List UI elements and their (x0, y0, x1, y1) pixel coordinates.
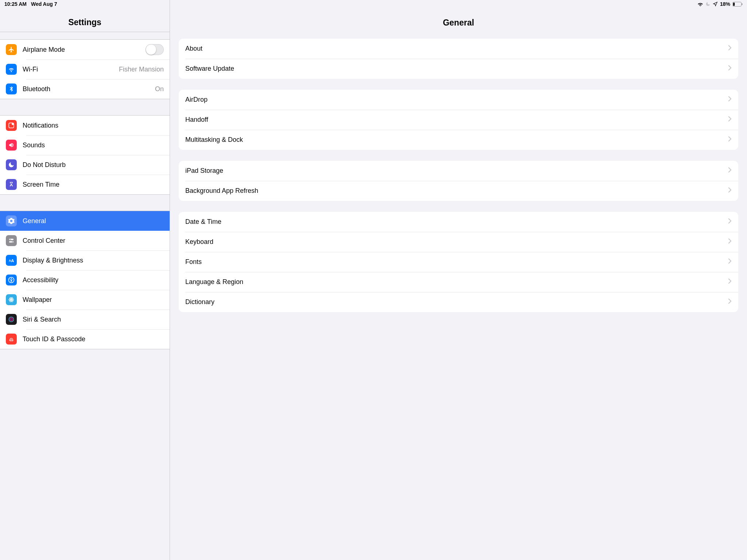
sidebar-item-accessibility[interactable]: Accessibility (0, 270, 170, 290)
general-keyboard[interactable]: Keyboard (179, 232, 463, 252)
row-label: iPad Storage (185, 167, 463, 175)
sidebar-item-general[interactable]: General (0, 211, 170, 231)
status-date: Wed Aug 7 (31, 1, 57, 7)
svg-point-4 (12, 123, 13, 125)
sidebar-item-label: Wallpaper (23, 296, 164, 304)
sidebar-item-sounds[interactable]: Sounds (0, 135, 170, 155)
row-label: Multitasking & Dock (185, 136, 463, 144)
sidebar-item-touchid-passcode[interactable]: Touch ID & Passcode (0, 329, 170, 347)
row-label: Background App Refresh (185, 187, 463, 195)
sidebar-item-label: Display & Brightness (23, 257, 164, 264)
sidebar-item-label: General (23, 217, 164, 225)
general-date-time[interactable]: Date & Time (179, 212, 463, 232)
sidebar-item-label: Sounds (23, 141, 164, 149)
general-fonts[interactable]: Fonts (179, 252, 463, 272)
wifi-value: Fisher Mansion (119, 66, 164, 73)
settings-sidebar: Settings Airplane Mode Wi-Fi Fisher M (0, 0, 170, 347)
sidebar-item-label: Airplane Mode (23, 46, 146, 54)
svg-point-18 (10, 318, 13, 321)
wallpaper-icon (6, 294, 17, 305)
status-bar: 10:25 AM Wed Aug 7 18% (0, 0, 463, 8)
sidebar-item-display-brightness[interactable]: AA Display & Brightness (0, 250, 170, 270)
sidebar-item-notifications[interactable]: Notifications (0, 116, 170, 135)
sidebar-item-label: Notifications (23, 122, 164, 129)
sidebar-item-wifi[interactable]: Wi-Fi Fisher Mansion (0, 59, 170, 79)
sidebar-item-label: Screen Time (23, 181, 164, 188)
general-dictionary[interactable]: Dictionary (179, 292, 463, 312)
airplane-toggle[interactable] (146, 44, 164, 55)
svg-text:A: A (11, 258, 14, 263)
control-center-icon (6, 235, 17, 246)
svg-text:A: A (9, 259, 11, 262)
accessibility-icon (6, 275, 17, 285)
wifi-icon (6, 64, 17, 75)
row-label: Handoff (185, 116, 463, 124)
bluetooth-value: On (155, 85, 164, 93)
sounds-icon (6, 140, 17, 151)
sidebar-item-label: Siri & Search (23, 316, 164, 323)
sidebar-item-label: Bluetooth (23, 85, 155, 93)
sidebar-item-siri-search[interactable]: Siri & Search (0, 310, 170, 329)
row-label: Software Update (185, 65, 463, 73)
siri-icon (6, 314, 17, 325)
general-handoff[interactable]: Handoff (179, 110, 463, 130)
sidebar-item-label: Wi-Fi (23, 66, 119, 73)
general-background-app-refresh[interactable]: Background App Refresh (179, 181, 463, 201)
sidebar-item-control-center[interactable]: Control Center (0, 231, 170, 250)
sidebar-item-bluetooth[interactable]: Bluetooth On (0, 79, 170, 99)
sidebar-item-do-not-disturb[interactable]: Do Not Disturb (0, 155, 170, 175)
row-label: Dictionary (185, 298, 463, 306)
row-label: AirDrop (185, 96, 463, 104)
sidebar-item-label: Accessibility (23, 276, 164, 284)
status-time: 10:25 AM (4, 1, 27, 7)
row-label: Date & Time (185, 218, 463, 226)
notifications-icon (6, 120, 17, 131)
row-label: Language & Region (185, 278, 463, 286)
sidebar-item-label: Control Center (23, 237, 164, 245)
sidebar-item-label: Do Not Disturb (23, 161, 164, 169)
sidebar-title: Settings (68, 18, 101, 27)
sidebar-item-airplane-mode[interactable]: Airplane Mode (0, 40, 170, 59)
svg-point-6 (10, 239, 11, 240)
gear-icon (6, 215, 17, 226)
hourglass-icon (6, 179, 17, 190)
general-about[interactable]: About (179, 39, 463, 59)
row-label: Keyboard (185, 238, 463, 246)
svg-point-8 (12, 241, 13, 242)
fingerprint-icon (6, 334, 17, 345)
sidebar-item-screen-time[interactable]: Screen Time (0, 175, 170, 194)
svg-rect-7 (9, 241, 13, 243)
moon-icon (6, 159, 17, 170)
general-software-update[interactable]: Software Update (179, 59, 463, 79)
bluetooth-icon (6, 83, 17, 94)
svg-point-19 (11, 319, 12, 320)
general-language-region[interactable]: Language & Region (179, 272, 463, 292)
general-multitasking-dock[interactable]: Multitasking & Dock (179, 130, 463, 150)
general-airdrop[interactable]: AirDrop (179, 90, 463, 110)
airplane-icon (6, 44, 17, 55)
general-ipad-storage[interactable]: iPad Storage (179, 161, 463, 181)
sidebar-item-label: Touch ID & Passcode (23, 335, 164, 343)
sidebar-item-wallpaper[interactable]: Wallpaper (0, 290, 170, 310)
svg-rect-5 (9, 239, 13, 240)
svg-point-12 (11, 278, 12, 279)
row-label: About (185, 45, 463, 52)
text-size-icon: AA (6, 255, 17, 266)
detail-pane: General About Software Update AirDrop (170, 0, 463, 347)
detail-title: General (443, 18, 463, 28)
svg-point-13 (11, 299, 12, 300)
row-label: Fonts (185, 258, 463, 266)
